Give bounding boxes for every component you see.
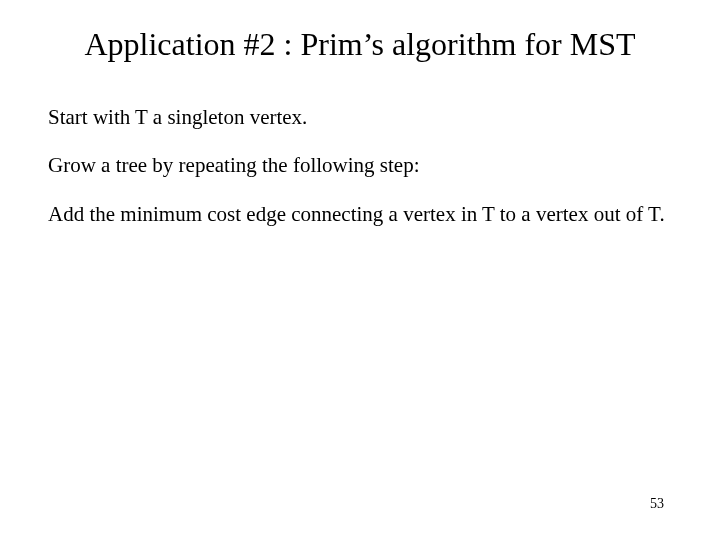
paragraph-1: Start with T a singleton vertex. (48, 104, 672, 130)
slide-body: Start with T a singleton vertex. Grow a … (48, 104, 672, 227)
page-number: 53 (650, 496, 664, 512)
paragraph-2: Grow a tree by repeating the following s… (48, 152, 672, 178)
slide-title: Application #2 : Prim’s algorithm for MS… (48, 24, 672, 64)
paragraph-3: Add the minimum cost edge connecting a v… (48, 201, 672, 227)
slide: Application #2 : Prim’s algorithm for MS… (0, 0, 720, 540)
